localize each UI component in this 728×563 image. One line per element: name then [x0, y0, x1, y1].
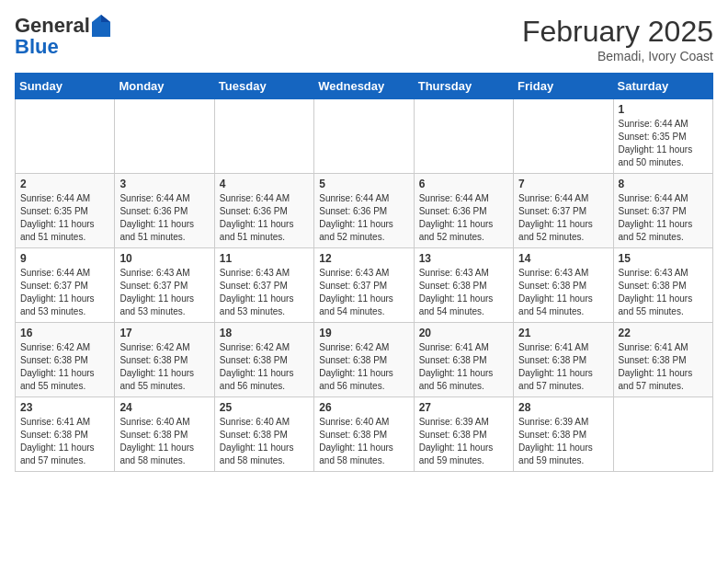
day-info: Sunrise: 6:43 AM Sunset: 6:38 PM Dayligh…	[419, 267, 508, 318]
weekday-header-wednesday: Wednesday	[314, 74, 414, 99]
calendar-cell: 10Sunrise: 6:43 AM Sunset: 6:37 PM Dayli…	[115, 248, 214, 323]
day-number: 14	[518, 252, 608, 265]
calendar-cell: 8Sunrise: 6:44 AM Sunset: 6:37 PM Daylig…	[613, 174, 712, 248]
calendar-cell: 3Sunrise: 6:44 AM Sunset: 6:36 PM Daylig…	[115, 174, 214, 248]
day-number: 25	[220, 401, 309, 414]
day-number: 7	[518, 178, 608, 190]
day-number: 20	[419, 327, 508, 339]
calendar-cell: 6Sunrise: 6:44 AM Sunset: 6:36 PM Daylig…	[414, 174, 513, 248]
day-info: Sunrise: 6:43 AM Sunset: 6:37 PM Dayligh…	[220, 267, 309, 318]
day-number: 10	[119, 252, 209, 265]
calendar-cell: 25Sunrise: 6:40 AM Sunset: 6:38 PM Dayli…	[214, 397, 313, 472]
day-info: Sunrise: 6:42 AM Sunset: 6:38 PM Dayligh…	[319, 341, 408, 393]
day-info: Sunrise: 6:44 AM Sunset: 6:37 PM Dayligh…	[518, 192, 608, 244]
calendar-cell: 4Sunrise: 6:44 AM Sunset: 6:36 PM Daylig…	[214, 174, 313, 248]
day-number: 28	[518, 401, 608, 414]
calendar-cell	[16, 99, 115, 174]
weekday-header-thursday: Thursday	[414, 74, 513, 99]
day-info: Sunrise: 6:42 AM Sunset: 6:38 PM Dayligh…	[220, 341, 309, 393]
calendar-cell: 20Sunrise: 6:41 AM Sunset: 6:38 PM Dayli…	[414, 323, 513, 397]
day-number: 18	[220, 327, 309, 339]
logo-general-text: General	[15, 16, 90, 36]
day-info: Sunrise: 6:39 AM Sunset: 6:38 PM Dayligh…	[419, 416, 508, 467]
calendar-week-row: 2Sunrise: 6:44 AM Sunset: 6:35 PM Daylig…	[16, 174, 713, 248]
day-number: 3	[119, 178, 209, 190]
day-number: 12	[319, 252, 408, 265]
calendar-cell: 11Sunrise: 6:43 AM Sunset: 6:37 PM Dayli…	[214, 248, 313, 323]
calendar-cell: 15Sunrise: 6:43 AM Sunset: 6:38 PM Dayli…	[613, 248, 712, 323]
day-info: Sunrise: 6:44 AM Sunset: 6:36 PM Dayligh…	[419, 192, 508, 244]
calendar-cell: 21Sunrise: 6:41 AM Sunset: 6:38 PM Dayli…	[514, 323, 613, 397]
day-number: 23	[20, 401, 109, 414]
calendar-cell: 24Sunrise: 6:40 AM Sunset: 6:38 PM Dayli…	[115, 397, 214, 472]
calendar-cell: 22Sunrise: 6:41 AM Sunset: 6:38 PM Dayli…	[613, 323, 712, 397]
calendar-cell: 28Sunrise: 6:39 AM Sunset: 6:38 PM Dayli…	[514, 397, 613, 472]
day-number: 22	[619, 327, 708, 339]
day-number: 24	[119, 401, 209, 414]
day-number: 17	[119, 327, 209, 339]
calendar-cell: 1Sunrise: 6:44 AM Sunset: 6:35 PM Daylig…	[613, 99, 712, 174]
logo-icon	[92, 15, 110, 37]
calendar-cell: 7Sunrise: 6:44 AM Sunset: 6:37 PM Daylig…	[514, 174, 613, 248]
day-info: Sunrise: 6:43 AM Sunset: 6:38 PM Dayligh…	[518, 267, 608, 318]
day-info: Sunrise: 6:44 AM Sunset: 6:35 PM Dayligh…	[619, 118, 708, 169]
day-info: Sunrise: 6:44 AM Sunset: 6:37 PM Dayligh…	[20, 267, 109, 318]
month-year-title: February 2025	[522, 15, 713, 49]
calendar-cell: 18Sunrise: 6:42 AM Sunset: 6:38 PM Dayli…	[214, 323, 313, 397]
weekday-header-row: SundayMondayTuesdayWednesdayThursdayFrid…	[16, 74, 713, 99]
day-number: 27	[419, 401, 508, 414]
calendar-cell: 9Sunrise: 6:44 AM Sunset: 6:37 PM Daylig…	[16, 248, 115, 323]
location-subtitle: Bemadi, Ivory Coast	[522, 49, 713, 63]
svg-marker-1	[101, 15, 110, 22]
day-number: 19	[319, 327, 408, 339]
day-info: Sunrise: 6:42 AM Sunset: 6:38 PM Dayligh…	[119, 341, 209, 393]
calendar-cell: 23Sunrise: 6:41 AM Sunset: 6:38 PM Dayli…	[16, 397, 115, 472]
calendar-cell	[613, 397, 712, 472]
calendar-cell: 14Sunrise: 6:43 AM Sunset: 6:38 PM Dayli…	[514, 248, 613, 323]
day-info: Sunrise: 6:43 AM Sunset: 6:38 PM Dayligh…	[619, 267, 708, 318]
calendar-cell: 2Sunrise: 6:44 AM Sunset: 6:35 PM Daylig…	[16, 174, 115, 248]
day-info: Sunrise: 6:40 AM Sunset: 6:38 PM Dayligh…	[319, 416, 408, 467]
day-info: Sunrise: 6:44 AM Sunset: 6:35 PM Dayligh…	[20, 192, 109, 244]
day-number: 26	[319, 401, 408, 414]
day-number: 2	[20, 178, 109, 190]
calendar-cell: 17Sunrise: 6:42 AM Sunset: 6:38 PM Dayli…	[115, 323, 214, 397]
calendar-cell	[314, 99, 414, 174]
day-info: Sunrise: 6:42 AM Sunset: 6:38 PM Dayligh…	[20, 341, 109, 393]
calendar-table: SundayMondayTuesdayWednesdayThursdayFrid…	[15, 73, 713, 472]
weekday-header-sunday: Sunday	[16, 74, 115, 99]
calendar-cell: 13Sunrise: 6:43 AM Sunset: 6:38 PM Dayli…	[414, 248, 513, 323]
calendar-cell: 5Sunrise: 6:44 AM Sunset: 6:36 PM Daylig…	[314, 174, 414, 248]
day-info: Sunrise: 6:41 AM Sunset: 6:38 PM Dayligh…	[419, 341, 508, 393]
day-info: Sunrise: 6:39 AM Sunset: 6:38 PM Dayligh…	[518, 416, 608, 467]
day-info: Sunrise: 6:44 AM Sunset: 6:36 PM Dayligh…	[319, 192, 408, 244]
weekday-header-friday: Friday	[514, 74, 613, 99]
calendar-week-row: 16Sunrise: 6:42 AM Sunset: 6:38 PM Dayli…	[16, 323, 713, 397]
day-info: Sunrise: 6:41 AM Sunset: 6:38 PM Dayligh…	[518, 341, 608, 393]
day-number: 1	[619, 103, 708, 116]
calendar-cell	[414, 99, 513, 174]
weekday-header-monday: Monday	[115, 74, 214, 99]
day-info: Sunrise: 6:40 AM Sunset: 6:38 PM Dayligh…	[220, 416, 309, 467]
weekday-header-saturday: Saturday	[613, 74, 712, 99]
calendar-cell: 26Sunrise: 6:40 AM Sunset: 6:38 PM Dayli…	[314, 397, 414, 472]
day-number: 13	[419, 252, 508, 265]
calendar-week-row: 23Sunrise: 6:41 AM Sunset: 6:38 PM Dayli…	[16, 397, 713, 472]
day-info: Sunrise: 6:41 AM Sunset: 6:38 PM Dayligh…	[20, 416, 109, 467]
day-number: 11	[220, 252, 309, 265]
calendar-cell: 19Sunrise: 6:42 AM Sunset: 6:38 PM Dayli…	[314, 323, 414, 397]
day-number: 9	[20, 252, 109, 265]
day-info: Sunrise: 6:40 AM Sunset: 6:38 PM Dayligh…	[119, 416, 209, 467]
page-header: General Blue February 2025 Bemadi, Ivory…	[15, 15, 713, 63]
day-number: 16	[20, 327, 109, 339]
weekday-header-tuesday: Tuesday	[214, 74, 313, 99]
calendar-cell	[214, 99, 313, 174]
day-number: 4	[220, 178, 309, 190]
day-info: Sunrise: 6:44 AM Sunset: 6:37 PM Dayligh…	[619, 192, 708, 244]
calendar-cell	[115, 99, 214, 174]
title-block: February 2025 Bemadi, Ivory Coast	[522, 15, 713, 63]
day-info: Sunrise: 6:43 AM Sunset: 6:37 PM Dayligh…	[119, 267, 209, 318]
day-info: Sunrise: 6:41 AM Sunset: 6:38 PM Dayligh…	[619, 341, 708, 393]
calendar-cell	[514, 99, 613, 174]
day-info: Sunrise: 6:43 AM Sunset: 6:37 PM Dayligh…	[319, 267, 408, 318]
